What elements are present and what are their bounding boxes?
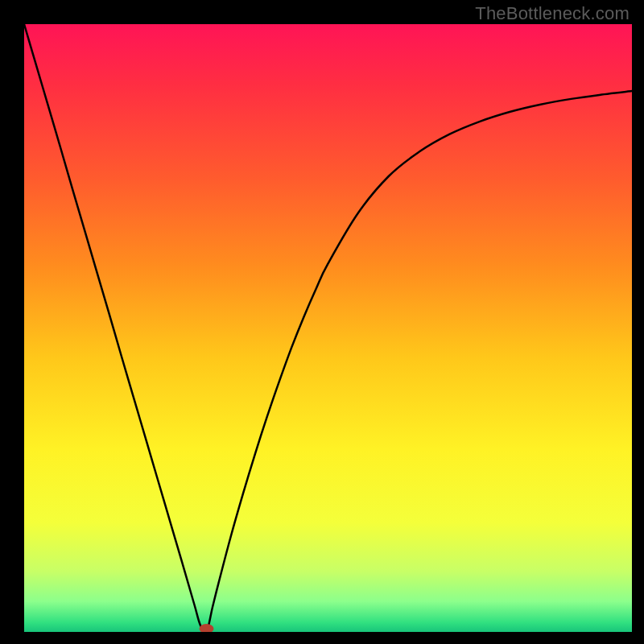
bottleneck-chart: [24, 24, 632, 632]
chart-background: [24, 24, 632, 632]
watermark-text: TheBottleneck.com: [475, 3, 630, 24]
